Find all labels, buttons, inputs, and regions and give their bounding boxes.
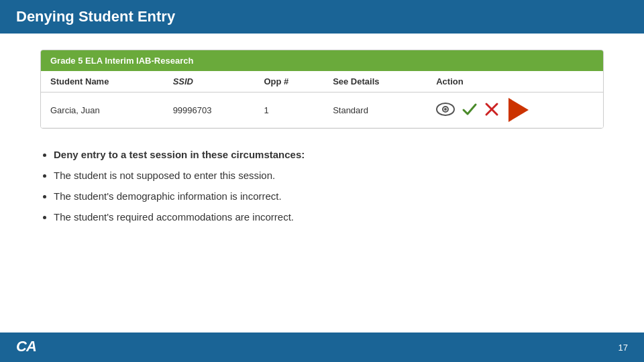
cell-see-details: Standard [323,93,427,128]
bullet-4-text: The student's required accommodations ar… [54,211,294,223]
table-title: Grade 5 ELA Interim IAB-Research [41,50,603,71]
cell-opp: 1 [255,93,324,128]
table-header-row: Student Name SSID Opp # See Details Acti… [41,71,603,93]
header: Denying Student Entry [0,0,644,34]
svg-point-2 [444,108,447,111]
arrow-icon [506,98,529,122]
bullet-2-text: The student is not supposed to enter thi… [54,170,275,181]
col-student-name: Student Name [41,71,164,93]
eye-icon[interactable] [436,103,455,118]
bullet-1-text: Deny entry to a test session in these ci… [54,149,305,160]
col-see-details: See Details [323,71,427,93]
page-number: 17 [619,343,628,353]
footer-logo: CA [16,337,40,359]
bullet-3-text: The student's demographic information is… [54,190,282,202]
cell-student-name: Garcia, Juan [41,93,164,128]
deny-icon[interactable] [484,102,499,119]
student-table-container: Grade 5 ELA Interim IAB-Research Student… [40,50,604,129]
cell-action [427,93,603,128]
approve-icon[interactable] [462,101,478,119]
main-content: Grade 5 ELA Interim IAB-Research Student… [0,34,644,247]
table-row: Garcia, Juan 99996703 1 Standard [41,93,603,128]
student-table: Student Name SSID Opp # See Details Acti… [41,71,603,128]
list-item: The student's required accommodations ar… [54,210,604,224]
svg-text:CA: CA [16,338,36,355]
list-item: The student's demographic information is… [54,189,604,203]
list-item: The student is not supposed to enter thi… [54,168,604,182]
list-item: Deny entry to a test session in these ci… [54,147,604,162]
col-action: Action [427,71,603,93]
col-opp: Opp # [255,71,324,93]
cell-ssid: 99996703 [164,93,255,128]
footer: CA 17 [0,333,644,362]
page-title: Denying Student Entry [16,8,175,25]
col-ssid: SSID [164,71,255,93]
bullet-list: Deny entry to a test session in these ci… [40,147,604,224]
